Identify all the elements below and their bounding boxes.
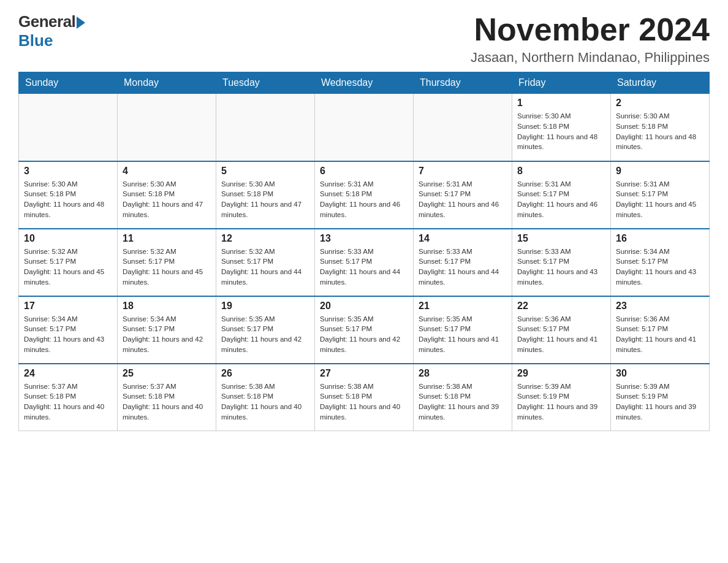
day-info: Sunrise: 5:34 AM Sunset: 5:17 PM Dayligh… [616, 247, 704, 288]
day-number: 11 [123, 233, 211, 244]
calendar-cell: 3Sunrise: 5:30 AM Sunset: 5:18 PM Daylig… [19, 161, 118, 229]
day-number: 16 [616, 233, 704, 244]
day-number: 13 [320, 233, 408, 244]
day-number: 18 [123, 301, 211, 312]
day-info: Sunrise: 5:32 AM Sunset: 5:17 PM Dayligh… [24, 247, 112, 288]
day-info: Sunrise: 5:37 AM Sunset: 5:18 PM Dayligh… [24, 381, 112, 423]
day-number: 7 [419, 166, 507, 177]
day-info: Sunrise: 5:30 AM Sunset: 5:18 PM Dayligh… [123, 179, 211, 220]
calendar-cell [414, 94, 512, 161]
weekday-header-row: SundayMondayTuesdayWednesdayThursdayFrid… [19, 72, 710, 94]
calendar-cell: 21Sunrise: 5:35 AM Sunset: 5:17 PM Dayli… [414, 296, 512, 364]
calendar-cell: 5Sunrise: 5:30 AM Sunset: 5:18 PM Daylig… [216, 161, 315, 229]
calendar-cell: 26Sunrise: 5:38 AM Sunset: 5:18 PM Dayli… [216, 364, 315, 431]
weekday-header-saturday: Saturday [611, 72, 710, 94]
day-number: 21 [419, 301, 507, 312]
day-info: Sunrise: 5:30 AM Sunset: 5:18 PM Dayligh… [517, 111, 605, 152]
calendar-cell: 2Sunrise: 5:30 AM Sunset: 5:18 PM Daylig… [611, 94, 710, 161]
day-number: 23 [616, 301, 704, 312]
weekday-header-thursday: Thursday [414, 72, 512, 94]
day-number: 17 [24, 301, 112, 312]
calendar-cell: 8Sunrise: 5:31 AM Sunset: 5:17 PM Daylig… [512, 161, 611, 229]
calendar-cell: 12Sunrise: 5:32 AM Sunset: 5:17 PM Dayli… [216, 229, 315, 296]
day-info: Sunrise: 5:37 AM Sunset: 5:18 PM Dayligh… [123, 381, 211, 423]
logo-general-text: General [18, 12, 75, 31]
month-title: November 2024 [471, 12, 710, 47]
calendar-cell: 23Sunrise: 5:36 AM Sunset: 5:17 PM Dayli… [611, 296, 710, 364]
location-title: Jasaan, Northern Mindanao, Philippines [471, 50, 710, 66]
day-number: 30 [616, 368, 704, 379]
day-number: 5 [221, 166, 309, 177]
day-number: 22 [517, 301, 605, 312]
logo: General Blue [18, 12, 85, 50]
calendar-table: SundayMondayTuesdayWednesdayThursdayFrid… [18, 72, 710, 431]
day-info: Sunrise: 5:31 AM Sunset: 5:17 PM Dayligh… [517, 179, 605, 220]
calendar-cell: 7Sunrise: 5:31 AM Sunset: 5:17 PM Daylig… [414, 161, 512, 229]
calendar-cell [315, 94, 414, 161]
day-number: 8 [517, 166, 605, 177]
title-section: November 2024 Jasaan, Northern Mindanao,… [471, 12, 710, 66]
day-info: Sunrise: 5:33 AM Sunset: 5:17 PM Dayligh… [320, 247, 408, 288]
calendar-cell: 22Sunrise: 5:36 AM Sunset: 5:17 PM Dayli… [512, 296, 611, 364]
calendar-cell: 6Sunrise: 5:31 AM Sunset: 5:18 PM Daylig… [315, 161, 414, 229]
calendar-cell: 27Sunrise: 5:38 AM Sunset: 5:18 PM Dayli… [315, 364, 414, 431]
calendar-week-row: 10Sunrise: 5:32 AM Sunset: 5:17 PM Dayli… [19, 229, 710, 296]
calendar-cell: 19Sunrise: 5:35 AM Sunset: 5:17 PM Dayli… [216, 296, 315, 364]
calendar-cell: 29Sunrise: 5:39 AM Sunset: 5:19 PM Dayli… [512, 364, 611, 431]
calendar-cell: 4Sunrise: 5:30 AM Sunset: 5:18 PM Daylig… [118, 161, 216, 229]
calendar-cell: 30Sunrise: 5:39 AM Sunset: 5:19 PM Dayli… [611, 364, 710, 431]
day-info: Sunrise: 5:38 AM Sunset: 5:18 PM Dayligh… [221, 381, 309, 423]
day-info: Sunrise: 5:30 AM Sunset: 5:18 PM Dayligh… [616, 111, 704, 152]
day-info: Sunrise: 5:30 AM Sunset: 5:18 PM Dayligh… [24, 179, 112, 220]
day-info: Sunrise: 5:38 AM Sunset: 5:18 PM Dayligh… [419, 381, 507, 423]
calendar-cell [118, 94, 216, 161]
day-info: Sunrise: 5:38 AM Sunset: 5:18 PM Dayligh… [320, 381, 408, 423]
day-info: Sunrise: 5:30 AM Sunset: 5:18 PM Dayligh… [221, 179, 309, 220]
calendar-cell [216, 94, 315, 161]
day-number: 24 [24, 368, 112, 379]
day-number: 29 [517, 368, 605, 379]
day-info: Sunrise: 5:35 AM Sunset: 5:17 PM Dayligh… [320, 314, 408, 355]
calendar-cell: 16Sunrise: 5:34 AM Sunset: 5:17 PM Dayli… [611, 229, 710, 296]
day-number: 15 [517, 233, 605, 244]
day-info: Sunrise: 5:31 AM Sunset: 5:17 PM Dayligh… [616, 179, 704, 220]
logo-blue-text: Blue [18, 31, 53, 50]
day-number: 4 [123, 166, 211, 177]
page-header: General Blue November 2024 Jasaan, North… [18, 12, 710, 66]
day-number: 10 [24, 233, 112, 244]
day-number: 25 [123, 368, 211, 379]
day-number: 26 [221, 368, 309, 379]
day-number: 20 [320, 301, 408, 312]
day-number: 28 [419, 368, 507, 379]
day-info: Sunrise: 5:34 AM Sunset: 5:17 PM Dayligh… [24, 314, 112, 355]
day-info: Sunrise: 5:39 AM Sunset: 5:19 PM Dayligh… [616, 381, 704, 423]
calendar-cell: 24Sunrise: 5:37 AM Sunset: 5:18 PM Dayli… [19, 364, 118, 431]
weekday-header-wednesday: Wednesday [315, 72, 414, 94]
weekday-header-tuesday: Tuesday [216, 72, 315, 94]
day-number: 1 [517, 98, 605, 109]
day-info: Sunrise: 5:32 AM Sunset: 5:17 PM Dayligh… [221, 247, 309, 288]
day-info: Sunrise: 5:34 AM Sunset: 5:17 PM Dayligh… [123, 314, 211, 355]
calendar-cell: 1Sunrise: 5:30 AM Sunset: 5:18 PM Daylig… [512, 94, 611, 161]
weekday-header-monday: Monday [118, 72, 216, 94]
calendar-cell: 25Sunrise: 5:37 AM Sunset: 5:18 PM Dayli… [118, 364, 216, 431]
calendar-cell: 14Sunrise: 5:33 AM Sunset: 5:17 PM Dayli… [414, 229, 512, 296]
calendar-week-row: 3Sunrise: 5:30 AM Sunset: 5:18 PM Daylig… [19, 161, 710, 229]
calendar-cell: 10Sunrise: 5:32 AM Sunset: 5:17 PM Dayli… [19, 229, 118, 296]
calendar-cell: 17Sunrise: 5:34 AM Sunset: 5:17 PM Dayli… [19, 296, 118, 364]
calendar-week-row: 17Sunrise: 5:34 AM Sunset: 5:17 PM Dayli… [19, 296, 710, 364]
day-number: 9 [616, 166, 704, 177]
calendar-cell: 18Sunrise: 5:34 AM Sunset: 5:17 PM Dayli… [118, 296, 216, 364]
day-number: 14 [419, 233, 507, 244]
calendar-cell: 28Sunrise: 5:38 AM Sunset: 5:18 PM Dayli… [414, 364, 512, 431]
calendar-cell: 13Sunrise: 5:33 AM Sunset: 5:17 PM Dayli… [315, 229, 414, 296]
calendar-cell: 15Sunrise: 5:33 AM Sunset: 5:17 PM Dayli… [512, 229, 611, 296]
calendar-cell: 11Sunrise: 5:32 AM Sunset: 5:17 PM Dayli… [118, 229, 216, 296]
day-number: 3 [24, 166, 112, 177]
weekday-header-friday: Friday [512, 72, 611, 94]
logo-arrow-icon [77, 17, 85, 29]
day-info: Sunrise: 5:39 AM Sunset: 5:19 PM Dayligh… [517, 381, 605, 423]
calendar-week-row: 1Sunrise: 5:30 AM Sunset: 5:18 PM Daylig… [19, 94, 710, 161]
calendar-cell: 20Sunrise: 5:35 AM Sunset: 5:17 PM Dayli… [315, 296, 414, 364]
day-info: Sunrise: 5:33 AM Sunset: 5:17 PM Dayligh… [419, 247, 507, 288]
